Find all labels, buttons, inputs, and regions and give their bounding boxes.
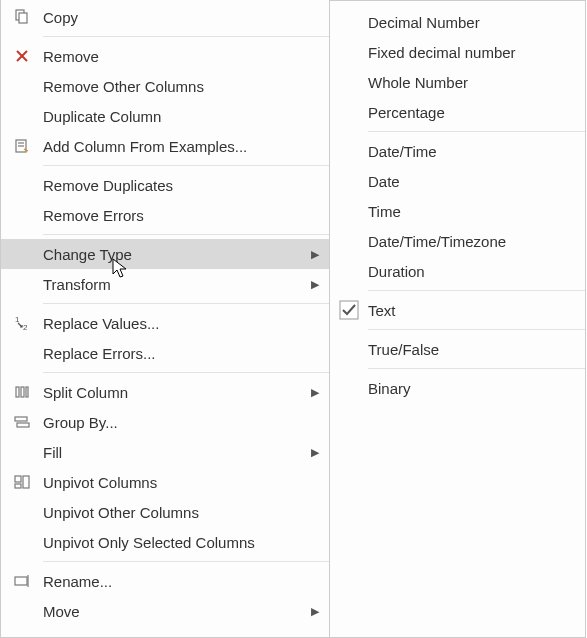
svg-rect-17 bbox=[15, 577, 27, 585]
submenu-arrow-icon: ▶ bbox=[305, 248, 319, 261]
svg-rect-9 bbox=[16, 387, 19, 397]
menu-item-label: Duplicate Column bbox=[43, 108, 305, 125]
menu-item-label: Replace Values... bbox=[43, 315, 305, 332]
menu-item-label: Date/Time bbox=[368, 143, 561, 160]
menu-separator bbox=[368, 329, 585, 330]
menu-item-copy[interactable]: Copy bbox=[1, 2, 329, 32]
menu-separator bbox=[368, 290, 585, 291]
menu-item-label: True/False bbox=[368, 341, 561, 358]
menu-item-remove[interactable]: Remove bbox=[1, 41, 329, 71]
submenu-item-whole[interactable]: Whole Number bbox=[330, 67, 585, 97]
menu-item-label: Fill bbox=[43, 444, 305, 461]
menu-item-rename[interactable]: Rename... bbox=[1, 566, 329, 596]
group-icon bbox=[1, 413, 43, 431]
menu-item-label: Unpivot Only Selected Columns bbox=[43, 534, 305, 551]
menu-item-label: Unpivot Other Columns bbox=[43, 504, 305, 521]
menu-item-duplicate[interactable]: Duplicate Column bbox=[1, 101, 329, 131]
menu-item-replace-err[interactable]: Replace Errors... bbox=[1, 338, 329, 368]
menu-separator bbox=[43, 165, 329, 166]
menu-item-add-from-ex[interactable]: Add Column From Examples... bbox=[1, 131, 329, 161]
unpivot-icon bbox=[1, 473, 43, 491]
submenu-item-text[interactable]: Text bbox=[330, 295, 585, 325]
menu-item-replace-vals[interactable]: 12Replace Values... bbox=[1, 308, 329, 338]
menu-separator bbox=[43, 234, 329, 235]
svg-rect-16 bbox=[23, 476, 29, 488]
svg-text:2: 2 bbox=[23, 323, 28, 332]
svg-rect-11 bbox=[26, 387, 28, 397]
menu-item-remove-other[interactable]: Remove Other Columns bbox=[1, 71, 329, 101]
menu-item-move[interactable]: Move▶ bbox=[1, 596, 329, 626]
menu-item-split[interactable]: Split Column▶ bbox=[1, 377, 329, 407]
svg-rect-15 bbox=[15, 484, 21, 488]
submenu-item-truefalse[interactable]: True/False bbox=[330, 334, 585, 364]
menu-item-label: Date/Time/Timezone bbox=[368, 233, 561, 250]
remove-icon bbox=[1, 47, 43, 65]
menu-item-label: Unpivot Columns bbox=[43, 474, 305, 491]
menu-item-label: Fixed decimal number bbox=[368, 44, 561, 61]
menu-separator bbox=[43, 36, 329, 37]
menu-item-fill[interactable]: Fill▶ bbox=[1, 437, 329, 467]
submenu-item-percent[interactable]: Percentage bbox=[330, 97, 585, 127]
submenu-item-date[interactable]: Date bbox=[330, 166, 585, 196]
menu-item-label: Add Column From Examples... bbox=[43, 138, 305, 155]
menu-item-label: Rename... bbox=[43, 573, 305, 590]
menu-item-unpivot[interactable]: Unpivot Columns bbox=[1, 467, 329, 497]
menu-item-label: Percentage bbox=[368, 104, 561, 121]
menu-item-label: Duration bbox=[368, 263, 561, 280]
menu-item-label: Remove Other Columns bbox=[43, 78, 305, 95]
menu-item-label: Change Type bbox=[43, 246, 305, 263]
svg-text:1: 1 bbox=[15, 315, 20, 324]
submenu-item-datetime[interactable]: Date/Time bbox=[330, 136, 585, 166]
menu-item-remove-dup[interactable]: Remove Duplicates bbox=[1, 170, 329, 200]
checkmark-icon bbox=[330, 300, 368, 320]
menu-item-label: Date bbox=[368, 173, 561, 190]
rename-icon bbox=[1, 572, 43, 590]
submenu-item-time[interactable]: Time bbox=[330, 196, 585, 226]
menu-item-unpivot-sel[interactable]: Unpivot Only Selected Columns bbox=[1, 527, 329, 557]
svg-rect-14 bbox=[15, 476, 21, 482]
svg-rect-1 bbox=[19, 13, 27, 23]
submenu-item-duration[interactable]: Duration bbox=[330, 256, 585, 286]
examples-icon bbox=[1, 137, 43, 155]
menu-item-transform[interactable]: Transform▶ bbox=[1, 269, 329, 299]
menu-item-label: Text bbox=[368, 302, 561, 319]
submenu-arrow-icon: ▶ bbox=[305, 278, 319, 291]
submenu-item-fixed-dec[interactable]: Fixed decimal number bbox=[330, 37, 585, 67]
menu-item-label: Split Column bbox=[43, 384, 305, 401]
context-menus: CopyRemoveRemove Other ColumnsDuplicate … bbox=[0, 0, 587, 638]
menu-separator bbox=[368, 368, 585, 369]
menu-item-label: Remove bbox=[43, 48, 305, 65]
main-context-menu: CopyRemoveRemove Other ColumnsDuplicate … bbox=[0, 0, 330, 638]
menu-separator bbox=[43, 561, 329, 562]
menu-item-label: Whole Number bbox=[368, 74, 561, 91]
menu-item-unpivot-other[interactable]: Unpivot Other Columns bbox=[1, 497, 329, 527]
split-icon bbox=[1, 383, 43, 401]
svg-rect-12 bbox=[15, 417, 27, 421]
copy-icon bbox=[1, 8, 43, 26]
menu-separator bbox=[368, 131, 585, 132]
replace-icon: 12 bbox=[1, 314, 43, 332]
menu-separator bbox=[43, 303, 329, 304]
submenu-item-dtz[interactable]: Date/Time/Timezone bbox=[330, 226, 585, 256]
menu-item-remove-err[interactable]: Remove Errors bbox=[1, 200, 329, 230]
menu-separator bbox=[43, 372, 329, 373]
menu-item-change-type[interactable]: Change Type▶ bbox=[1, 239, 329, 269]
svg-rect-13 bbox=[17, 423, 29, 427]
svg-rect-19 bbox=[340, 301, 358, 319]
submenu-arrow-icon: ▶ bbox=[305, 605, 319, 618]
submenu-arrow-icon: ▶ bbox=[305, 446, 319, 459]
menu-item-label: Remove Errors bbox=[43, 207, 305, 224]
menu-item-label: Move bbox=[43, 603, 305, 620]
submenu-item-decimal[interactable]: Decimal Number bbox=[330, 7, 585, 37]
menu-item-group[interactable]: Group By... bbox=[1, 407, 329, 437]
submenu-item-binary[interactable]: Binary bbox=[330, 373, 585, 403]
menu-item-label: Time bbox=[368, 203, 561, 220]
menu-item-label: Binary bbox=[368, 380, 561, 397]
submenu-arrow-icon: ▶ bbox=[305, 386, 319, 399]
svg-rect-10 bbox=[21, 387, 24, 397]
menu-item-label: Remove Duplicates bbox=[43, 177, 305, 194]
menu-item-label: Group By... bbox=[43, 414, 305, 431]
menu-item-label: Replace Errors... bbox=[43, 345, 305, 362]
menu-item-label: Copy bbox=[43, 9, 305, 26]
change-type-submenu: Decimal NumberFixed decimal numberWhole … bbox=[329, 0, 586, 638]
